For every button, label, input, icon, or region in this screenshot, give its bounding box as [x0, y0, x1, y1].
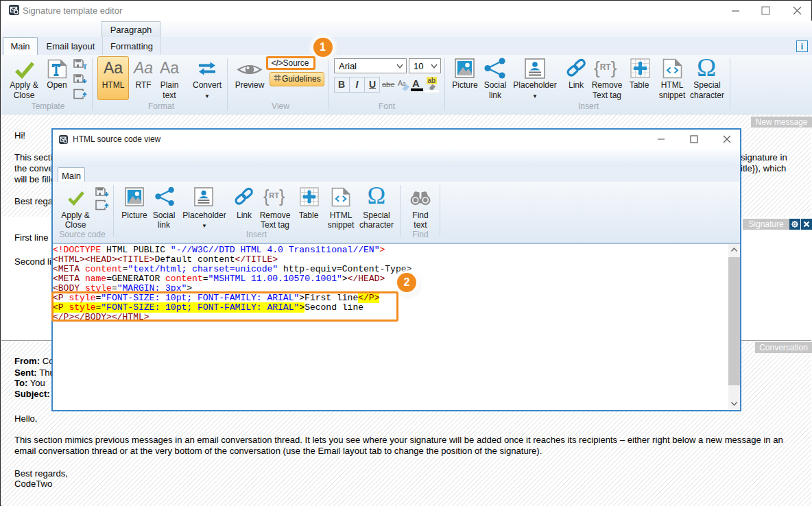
svg-text:T: T [83, 63, 88, 70]
